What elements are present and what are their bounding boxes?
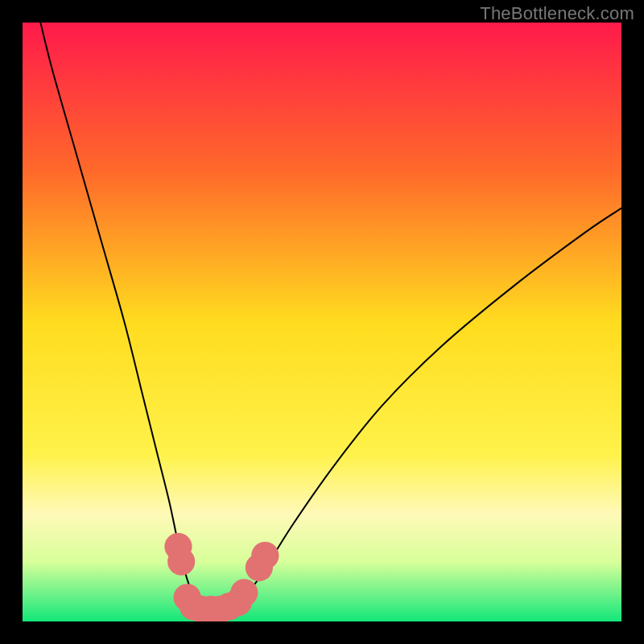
plot-area [23,23,621,621]
marker-dot [167,547,195,575]
chart-svg [23,23,621,621]
chart-frame: TheBottleneck.com [0,0,644,644]
watermark-text: TheBottleneck.com [480,3,634,24]
marker-dot [230,579,258,606]
gradient-background [23,23,621,621]
marker-dot [251,542,279,569]
